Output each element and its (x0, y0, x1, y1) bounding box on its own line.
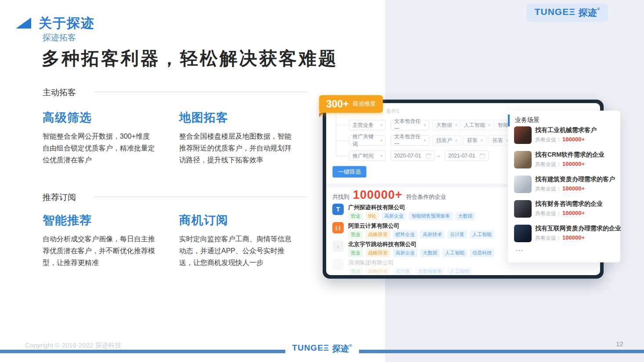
filter-op-value: 文本包含任一 (394, 133, 421, 148)
scenario-thumbnail (514, 126, 532, 144)
group-label-active-prospecting: 主动拓客 (43, 87, 76, 98)
one-click-filter-button[interactable]: 一键筛选 (332, 166, 367, 178)
filter-field-value: 主营业务 (353, 122, 374, 129)
chevron-down-icon: ▾ (380, 138, 382, 143)
scenario-count-label: 共有企业： (535, 186, 561, 192)
badge-label: 筛选维度 (353, 100, 376, 108)
scenario-title: 找有财务咨询需求的企业 (535, 200, 603, 208)
filter-tag[interactable]: 找客户 × (432, 135, 461, 146)
status-badge: 营业 (348, 249, 363, 257)
scenario-count-value: 100000+ (562, 161, 585, 167)
scenario-thumbnail (514, 200, 532, 218)
filter-field-select[interactable]: 主营业务 ▾ (349, 120, 386, 130)
feature-desc-opportunity-subscribe: 实时定向监控客户工商、舆情等信息动态，并通过APP、公众号实时推送，让您商机发现… (179, 233, 291, 269)
group-label-recommend-subscribe: 推荐订阅 (43, 192, 76, 203)
filter-op-select[interactable]: 文本包含任一 ▾ (391, 120, 429, 130)
filter-op-select[interactable]: 文本包含任一 ▾ (391, 135, 429, 146)
company-name[interactable]: 阿里云计算有限公司 (348, 222, 399, 230)
filter-tag[interactable]: 大数据 × (432, 120, 461, 130)
date-from-input[interactable]: 2020-07-01 (391, 151, 435, 161)
scenario-thumbnail (514, 151, 532, 168)
feature-desc-advanced-filter: 智能整合全网公开数据，300+维度自由组合锁定优质客户，精准批量定位优质潜在客户 (43, 130, 155, 166)
status-badge: 云计算 (393, 267, 413, 275)
results-suffix: 符合条件的企业 (406, 193, 446, 201)
company-logo-bytedance: ♪ (332, 240, 344, 252)
feature-title-opportunity-subscribe: 商机订阅 (179, 212, 228, 228)
date-from-value: 2020-07-01 (394, 153, 421, 159)
connector-line (336, 156, 349, 156)
badge-tail (319, 113, 324, 117)
tungee-logo: TUNGEΞ 探迹 ® (292, 343, 352, 355)
page-number: 12 (616, 340, 623, 348)
filter-tag[interactable]: 人工智能 × (460, 120, 494, 130)
feature-desc-map-prospecting: 整合全国楼盘楼层及地图数据，智能推荐附近的优质客户，并自动规划拜访路径，提升线下… (179, 130, 291, 166)
scenario-item[interactable]: 找有建筑资质办理需求的客户 共有企业：100000+ (508, 175, 620, 197)
filter-tag-label: 大数据 (436, 122, 452, 129)
close-icon[interactable]: × (455, 122, 457, 128)
scenario-count: 共有企业：100000+ (535, 210, 585, 217)
status-badge: 瞪羚企业 (393, 230, 417, 239)
close-icon[interactable]: × (488, 122, 490, 128)
filter-dimensions-badge: 300+ 筛选维度 (319, 95, 383, 113)
status-badge: B轮 (366, 212, 379, 220)
status-badge: 高新企业 (393, 249, 417, 257)
scenario-count-label: 共有企业： (535, 210, 561, 216)
page-title: 多种拓客利器，轻松解决获客难题 (42, 47, 338, 71)
scenario-item[interactable]: 找有互联网资质办理需求的企业 共有企业：100000+ (508, 224, 620, 247)
status-badge: 智能销售预测服务 (409, 212, 453, 220)
filter-field-select[interactable]: 推广关键词 ▾ (349, 135, 386, 146)
scenario-count: 共有企业：100000+ (535, 234, 585, 242)
feature-title-map-prospecting: 地图拓客 (179, 110, 228, 125)
filter-field-select[interactable]: 推广时间 ▾ (349, 151, 386, 161)
brand-logo-chip: TUNGEΞ 探迹 ® (526, 4, 608, 22)
badge-number: 300+ (326, 98, 349, 110)
scenario-count-label: 共有企业： (535, 161, 561, 167)
chevron-down-icon: ▾ (380, 123, 382, 127)
ellipsis-more[interactable]: ... (516, 245, 524, 252)
company-logo-alicloud: [-] (332, 222, 344, 233)
logo-xi-glyph: Ξ (569, 7, 576, 17)
scenario-item[interactable]: 找有工业机械需求客户 共有企业：100000+ (508, 125, 620, 148)
company-name[interactable]: 北京字节跳动科技有限公司 (348, 240, 417, 248)
section-title: 关于探迹 (39, 14, 95, 32)
scenario-count-label: 共有企业： (535, 235, 561, 241)
results-count: 100000+ (353, 188, 403, 202)
company-name[interactable]: 浪潮集团有限公司 (348, 259, 394, 267)
business-scenario-panel: 业务场景 找有工业机械需求客户 共有企业：100000+ 找有CRM软件需求的企… (508, 111, 620, 262)
chevron-down-icon: ▾ (424, 138, 426, 143)
close-icon[interactable]: × (455, 138, 457, 143)
logo-xi-glyph: Ξ (324, 343, 329, 353)
divider-line (94, 92, 307, 92)
scenario-count-value: 100000+ (562, 185, 585, 192)
scenario-item[interactable]: 找有CRM软件需求的企业 共有企业：100000+ (508, 150, 620, 173)
results-summary: 共找到 100000+ 符合条件的企业 (332, 188, 446, 202)
scenario-title: 找有CRM软件需求的企业 (535, 151, 604, 159)
status-badge: 战略投资 (366, 249, 390, 257)
status-badge: 大数据 (455, 212, 475, 220)
company-name[interactable]: 广州探迹科技有限公司 (348, 204, 405, 211)
chevron-down-icon: ▾ (380, 154, 382, 158)
scenario-count: 共有企业：100000+ (535, 185, 585, 193)
tungee-logo: TUNGEΞ 探迹 ® (535, 7, 600, 19)
registered-mark: ® (597, 7, 600, 11)
status-badge: 战略投资 (366, 267, 390, 275)
logo-cn: 探迹 (332, 343, 349, 355)
status-badge: 高新技术 (420, 230, 445, 239)
triangle-accent-icon (16, 18, 31, 29)
status-badge: 大数据 (420, 249, 440, 257)
filter-tag[interactable]: 获客 × (463, 135, 487, 146)
connector-line (336, 125, 349, 125)
company-tags: 营业 战略投资 瞪羚企业 高新技术 云计算 人工智能 (348, 230, 494, 239)
scenario-item[interactable]: 找有财务咨询需求的企业 共有企业：100000+ (508, 199, 620, 222)
date-to-input[interactable]: 2021-07-01 (445, 151, 489, 161)
company-logo-inspur (332, 259, 344, 270)
company-tags: 营业 战略投资 高新企业 大数据 人工智能 信息科技 (348, 249, 494, 257)
close-icon[interactable]: × (480, 138, 483, 143)
calendar-icon (480, 154, 485, 158)
status-badge: 云计算 (447, 230, 467, 239)
status-badge: 营业 (348, 230, 363, 239)
filter-tag-label: 找客户 (436, 137, 452, 144)
scenario-count: 共有企业：100000+ (535, 161, 585, 168)
logo-latin: TUNGE (292, 343, 324, 353)
date-to-value: 2021-07-01 (448, 153, 475, 159)
